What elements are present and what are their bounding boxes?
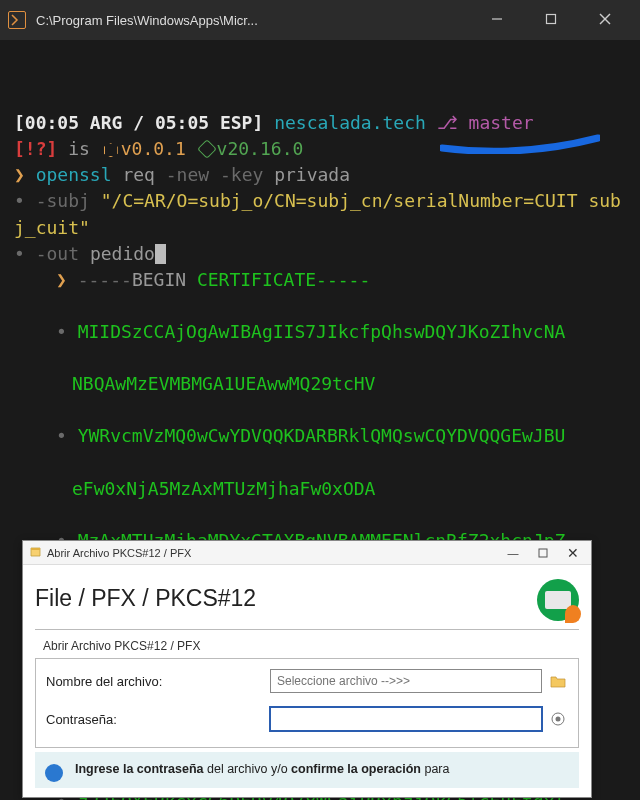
dialog-heading: File / PFX / PKCS#12: [35, 585, 256, 612]
certificate-badge-icon: [537, 579, 579, 621]
svg-rect-1: [547, 14, 556, 23]
dialog-close-button[interactable]: ✕: [561, 545, 585, 561]
minimize-button[interactable]: [482, 13, 512, 28]
filename-label: Nombre del archivo:: [46, 674, 270, 689]
open-certificate-dialog: Abrir Archivo PKCS#12 / PFX — ✕ File / P…: [22, 540, 592, 798]
maximize-button[interactable]: [536, 13, 566, 28]
dialog-minimize-button[interactable]: —: [501, 545, 525, 561]
package-version: v0.0.1: [121, 138, 186, 159]
node-icon: [197, 139, 217, 159]
git-status: [!?]: [14, 138, 57, 159]
password-input[interactable]: [270, 707, 542, 731]
prompt-symbol: ❯: [14, 164, 25, 185]
window-title: C:\Program Files\WindowsApps\Micr...: [36, 13, 482, 28]
git-branch: master: [469, 112, 534, 133]
annotation-swoosh: [440, 134, 600, 154]
time-remote: 05:05 ESP: [155, 112, 253, 133]
info-icon: [45, 764, 63, 782]
show-password-button[interactable]: [548, 709, 568, 729]
svg-rect-4: [539, 549, 547, 557]
dialog-app-icon: [29, 545, 43, 561]
info-message: Ingrese la contraseña del archivo y/o co…: [35, 752, 579, 788]
svg-point-6: [556, 717, 561, 722]
browse-file-button[interactable]: [548, 671, 568, 691]
fieldset-legend: Abrir Archivo PKCS#12 / PFX: [39, 639, 204, 653]
dialog-title: Abrir Archivo PKCS#12 / PFX: [43, 547, 501, 559]
filename-input[interactable]: [270, 669, 542, 693]
dialog-maximize-button[interactable]: [531, 545, 555, 561]
terminal-cursor: [155, 244, 166, 264]
package-icon: [104, 143, 118, 157]
node-version: v20.16.0: [217, 138, 304, 159]
password-label: Contraseña:: [46, 712, 270, 727]
hostname: nescalada.tech: [274, 112, 426, 133]
close-button[interactable]: [590, 13, 620, 28]
time-local: 00:05 ARG: [25, 112, 123, 133]
terminal-app-icon: [8, 11, 26, 29]
git-branch-icon: ⎇: [437, 112, 458, 133]
